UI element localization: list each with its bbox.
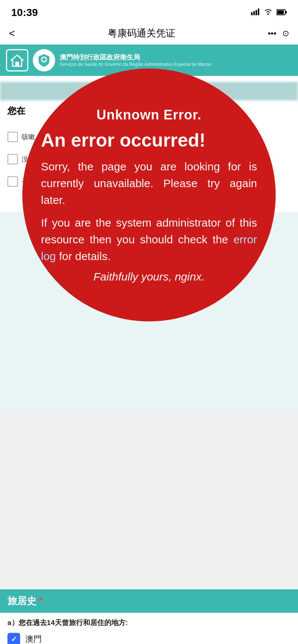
error-body-2: If you are the system administrator of t… [41,214,257,265]
house-icon [6,49,28,71]
header-text: 澳門特別行政區政府衛生局 Serviços de Saúde do Govern… [60,53,292,68]
svg-rect-0 [251,12,253,15]
checkbox-item-macau: 澳門 [7,633,291,644]
travel-header-text: 旅居史 [7,595,37,608]
svg-rect-9 [15,62,19,66]
checkbox-3[interactable] [7,176,18,187]
nav-back-button[interactable]: < [9,28,15,39]
nav-actions: ••• ⊙ [268,29,289,38]
checkbox-macau[interactable] [7,633,20,644]
travel-subsection-a: a）您在過去14天曾旅行和居住的地方: 澳門 香港(不包括12月19日管制站投票… [0,613,298,644]
travel-question-a: a）您在過去14天曾旅行和居住的地方: [7,618,291,628]
status-time: 10:39 [11,7,38,19]
wifi-icon [264,9,273,17]
signal-icon [251,9,260,17]
error-footer: Faithfully yours, nginx. [41,270,257,283]
org-sub: Serviços de Saúde do Governo da Região A… [60,62,292,68]
error-subtitle: An error occurred! [41,130,257,151]
error-body-1: Sorry, the page you are looking for is c… [41,158,257,208]
battery-icon [276,9,287,17]
checkbox-1[interactable] [7,132,18,142]
error-title: Unknown Error. [96,107,202,123]
main-content: 您在 咳嗽、鼻塞、流涕、咽痛及其他呼吸道症 没有以上症状 否 Unknown E… [0,76,298,411]
travel-section-header: 旅居史 * [0,589,298,613]
checkbox-2[interactable] [7,154,18,164]
error-overlay: Unknown Error. An error occurred! Sorry,… [22,68,276,321]
svg-point-4 [267,13,269,15]
checkbox-label-macau: 澳門 [25,634,42,644]
status-icons [251,9,287,17]
svg-rect-3 [258,9,259,15]
travel-section: 旅居史 * a）您在過去14天曾旅行和居住的地方: 澳門 香港(不包括12月19… [0,589,298,644]
shield-logo [33,49,55,71]
svg-rect-12 [42,59,46,60]
nav-scan-button[interactable]: ⊙ [282,29,289,38]
svg-rect-1 [253,11,255,15]
svg-rect-6 [277,10,284,14]
nav-bar: < 粤康码通关凭证 ••• ⊙ [0,22,298,45]
status-bar: 10:39 [0,0,298,22]
org-name: 澳門特別行政區政府衛生局 [60,53,292,62]
svg-rect-2 [256,10,257,15]
nav-more-button[interactable]: ••• [268,29,276,38]
svg-rect-7 [286,11,287,13]
travel-required-star: * [39,595,42,607]
nav-title: 粤康码通关凭证 [108,27,175,40]
